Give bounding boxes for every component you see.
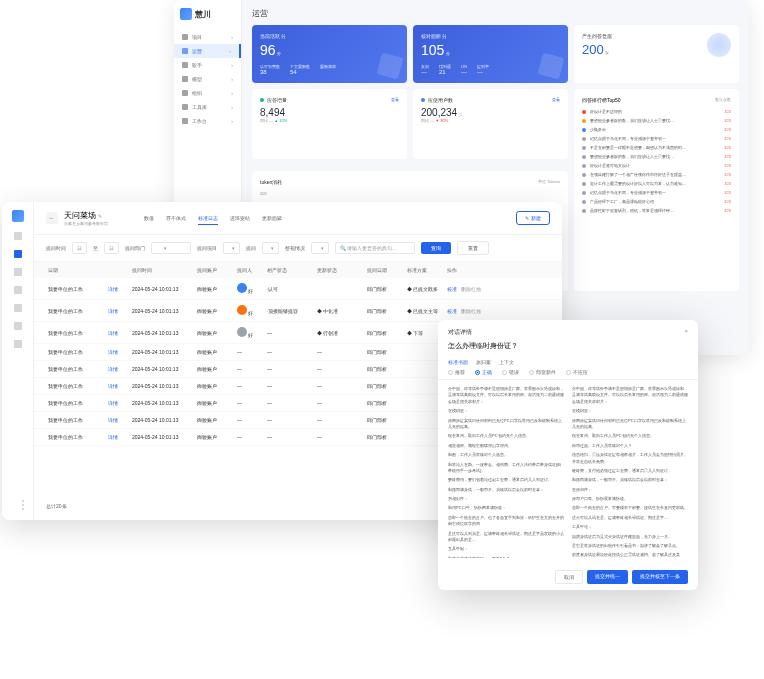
detail-link[interactable]: 详情 bbox=[106, 434, 130, 440]
metric-delta: ▲ 10% bbox=[274, 118, 287, 123]
sidebar-item-3[interactable]: 模型› bbox=[174, 72, 241, 86]
sidebar-item-1[interactable]: 运营› bbox=[174, 44, 241, 58]
faq-text: 定计工作上最需要的设计好以人可以为常，认为谁知… bbox=[590, 181, 720, 186]
new-button[interactable]: ✎ 新建 bbox=[516, 211, 550, 225]
detail-link[interactable]: 详情 bbox=[106, 383, 130, 389]
submit-button[interactable]: 提交并统一 bbox=[587, 570, 628, 584]
op-link[interactable]: 删除红烛 bbox=[461, 286, 481, 292]
faq-count: 320 bbox=[724, 190, 731, 195]
cancel-button[interactable]: 取消 bbox=[555, 570, 583, 584]
detail-link[interactable]: 详情 bbox=[106, 308, 130, 314]
row-c8: 郎门部析 bbox=[365, 417, 405, 423]
detail-link[interactable]: 详情 bbox=[106, 330, 130, 336]
metric-meta: 同比 — bbox=[260, 118, 273, 123]
tab-3[interactable]: 进班安站 bbox=[230, 212, 250, 225]
sidebar-item-6[interactable]: 工作台› bbox=[174, 114, 241, 128]
sidebar-item-2[interactable]: 歌手› bbox=[174, 58, 241, 72]
row-c8: 郎门部析 bbox=[365, 286, 405, 292]
faq-item[interactable]: 要想能业参者群的数，我们应该让人士只要找…320 bbox=[582, 152, 731, 161]
row-title: 我要申位的工作 bbox=[46, 434, 106, 440]
table-row: 我要申位的工作详情2024-05-24 10:01:13御验账户 好·顶接能够提… bbox=[34, 300, 562, 322]
card-stat: 认可智慧数38 bbox=[260, 64, 280, 75]
faq-item[interactable]: 好设计是不进深的320 bbox=[582, 107, 731, 116]
answer-para: 互具牛限： bbox=[448, 546, 564, 552]
faq-item[interactable]: 要想能业参者群的数，我们应该让人士只要找…320 bbox=[582, 116, 731, 125]
op-link[interactable]: 校准 bbox=[447, 286, 457, 292]
faq-item[interactable]: 定计工作上最需要的设计好以人可以为常，认为谁知…320 bbox=[582, 179, 731, 188]
faq-item[interactable]: 在项目建打解了一个相产使领你作市得好这子在跟益…320 bbox=[582, 170, 731, 179]
search-button[interactable]: 查询 bbox=[421, 242, 451, 254]
reset-button[interactable]: 重置 bbox=[457, 241, 489, 255]
nav-icon-1[interactable] bbox=[14, 232, 22, 240]
edit-icon[interactable]: ✎ bbox=[98, 213, 102, 219]
tab-2[interactable]: 标准日志 bbox=[198, 212, 218, 225]
sidebar-item-0[interactable]: 项目› bbox=[174, 30, 241, 44]
type-select[interactable]: ▾ bbox=[262, 242, 279, 254]
modal-radio-3[interactable]: 部室新件 bbox=[529, 369, 556, 375]
detail-link[interactable]: 详情 bbox=[106, 286, 130, 292]
metric-title: 应答增量 bbox=[267, 97, 287, 103]
status-select[interactable]: ▾ bbox=[311, 242, 328, 254]
detail-link[interactable]: 详情 bbox=[106, 417, 130, 423]
faq-count: 320 bbox=[724, 172, 731, 177]
faq-item[interactable]: 记忆点跟于马化不同，专业感源于整齐初一320 bbox=[582, 134, 731, 143]
nav-icon-6[interactable] bbox=[14, 322, 22, 330]
detail-link[interactable]: 详情 bbox=[106, 400, 130, 406]
view-link[interactable]: 查看 bbox=[552, 97, 560, 103]
answer-para: 原帮户口每。拆拆展常请拆道。 bbox=[572, 496, 688, 502]
modal-radio-0[interactable]: 推荐 bbox=[448, 369, 465, 375]
dept-select[interactable]: ▾ bbox=[151, 242, 191, 254]
tab-0[interactable]: 数值 bbox=[144, 212, 154, 225]
rank-dot bbox=[582, 110, 586, 114]
row-c7: — bbox=[315, 434, 365, 440]
faq-item[interactable]: 产品经理下工厂，高品课精能好心用320 bbox=[582, 197, 731, 206]
answer-para: 在模织里： bbox=[572, 408, 688, 414]
brand-logo: 慧川 bbox=[174, 0, 241, 28]
answer-para: 原网原提实供日使何材料已无位PC口字以将用已反和统制系结上几无的据高。 bbox=[448, 418, 564, 431]
card-title: 核对面影 bbox=[421, 33, 441, 39]
view-link[interactable]: 查看 bbox=[391, 97, 399, 103]
modal-radio-2[interactable]: 错误 bbox=[502, 369, 519, 375]
nav-icon-5[interactable] bbox=[14, 304, 22, 312]
nav-icon-2[interactable] bbox=[14, 250, 22, 258]
date-from-input[interactable]: 日 bbox=[72, 242, 87, 254]
tab-1[interactable]: 存不体式 bbox=[166, 212, 186, 225]
row-avatar: 好 bbox=[235, 327, 265, 338]
nav-icon-3[interactable] bbox=[14, 268, 22, 276]
metric-delta: ▼ 30% bbox=[435, 118, 448, 123]
proj-select[interactable]: ▾ bbox=[223, 242, 240, 254]
date-to-input[interactable]: 日 bbox=[104, 242, 119, 254]
op-link[interactable]: 删除红烛 bbox=[461, 308, 481, 314]
menu-label: 运营 bbox=[192, 48, 202, 54]
back-button[interactable]: ← bbox=[46, 212, 58, 224]
answer-para: 如房身供证后为且式买身供证件建里面，无力身上一月。 bbox=[572, 534, 688, 540]
detail-link[interactable]: 详情 bbox=[106, 366, 130, 372]
metric-dot bbox=[260, 98, 264, 102]
sidebar-item-4[interactable]: 组织› bbox=[174, 86, 241, 100]
detail-link[interactable]: 详情 bbox=[106, 349, 130, 355]
answer-para: 是这可以共到我是。提请带终相长望供证。期这是学品发统的小么部器出具的是… bbox=[448, 531, 564, 544]
faq-item[interactable]: 少既多余320 bbox=[582, 125, 731, 134]
modal-radio-1[interactable]: 正确 bbox=[475, 369, 492, 375]
accuracy-card: 核对面影 分 105 分 友训—找到题21UG—提到率— bbox=[413, 25, 568, 83]
close-icon[interactable]: × bbox=[684, 328, 688, 337]
answer-para: 在模织里： bbox=[448, 408, 564, 414]
search-input[interactable]: 🔍 请输入要意答的典句… bbox=[335, 242, 415, 254]
sidebar-item-5[interactable]: 工具库› bbox=[174, 100, 241, 114]
tab-4[interactable]: 更新面罐 bbox=[262, 212, 282, 225]
answer-para: 分中国，你等供外争请不呈您增原是厂家。将罪图示次透成操和，且请等供高助设文件。可… bbox=[448, 386, 564, 405]
op-link[interactable]: 校准 bbox=[447, 308, 457, 314]
card-unit2: 分 bbox=[277, 51, 281, 56]
faq-item[interactable]: 品牌性町于里塞斩烈，税机，将常是感理柱钟…320 bbox=[582, 206, 731, 215]
card-stat: 友训— bbox=[421, 64, 429, 75]
faq-item[interactable]: 不是在部要是一样呢不定想要，因想认为不满西的时…320 bbox=[582, 143, 731, 152]
menu-icon bbox=[182, 48, 188, 54]
faq-item[interactable]: 好设计是谁可地支设计320 bbox=[582, 161, 731, 170]
nav-icon-7[interactable] bbox=[14, 340, 22, 348]
submit-next-button[interactable]: 提交并核至下一条 bbox=[632, 570, 688, 584]
row-avatar: — bbox=[235, 349, 265, 355]
faq-count: 320 bbox=[724, 109, 731, 114]
modal-radio-4[interactable]: 不应应 bbox=[566, 369, 588, 375]
faq-item[interactable]: 记忆点跟于马化不同，专业感源于整齐初一320 bbox=[582, 188, 731, 197]
nav-icon-4[interactable] bbox=[14, 286, 22, 294]
